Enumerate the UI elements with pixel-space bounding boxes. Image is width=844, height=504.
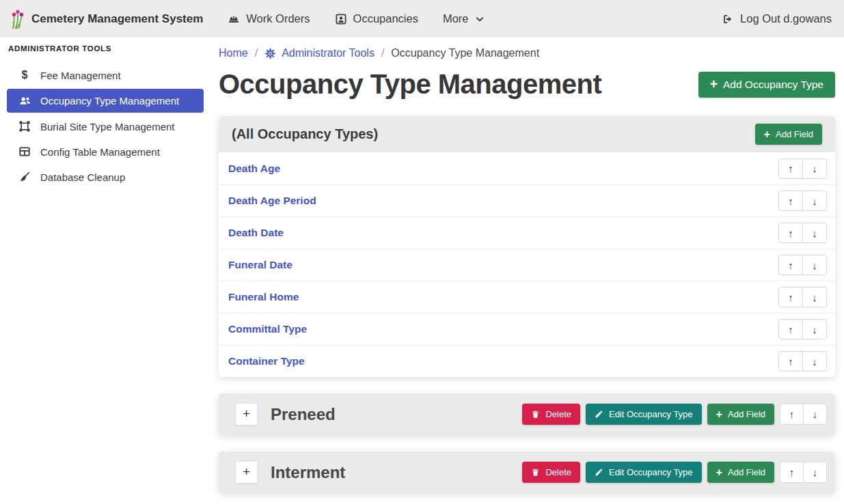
- breadcrumb: Home / Administrator Tools / Occupancy T…: [219, 47, 835, 59]
- button-label: Delete: [545, 467, 571, 477]
- move-down-button[interactable]: ↓: [803, 404, 827, 425]
- move-down-button[interactable]: ↓: [802, 255, 827, 275]
- move-down-button[interactable]: ↓: [802, 319, 827, 339]
- reorder-controls: ↑ ↓: [778, 158, 827, 179]
- field-link[interactable]: Committal Type: [228, 323, 307, 335]
- section-title: Preneed: [271, 405, 336, 424]
- nav-item-occupancies[interactable]: Occupancies: [335, 12, 418, 25]
- occupancy-type-section-preneed: + Preneed Delete Edit Occupancy Type: [219, 393, 835, 435]
- field-link[interactable]: Death Date: [228, 227, 284, 239]
- pencil-icon: [595, 410, 603, 419]
- field-row: Death Age ↑ ↓: [219, 152, 835, 184]
- section-actions: Delete Edit Occupancy Type + Add Field ↑…: [522, 462, 827, 483]
- sidebar-item-occupancy-type-management[interactable]: Occupancy Type Management: [7, 89, 204, 113]
- delete-button[interactable]: Delete: [522, 462, 580, 483]
- tulip-logo-icon: [10, 9, 25, 29]
- move-down-button[interactable]: ↓: [803, 462, 827, 483]
- field-row: Death Date ↑ ↓: [219, 216, 835, 249]
- button-label: Add Field: [776, 129, 813, 139]
- sidebar-item-burial-site-type-management[interactable]: Burial Site Type Management: [7, 115, 204, 138]
- field-row: Funeral Date ↑ ↓: [219, 249, 835, 281]
- breadcrumb-label: Administrator Tools: [282, 47, 375, 59]
- edit-occupancy-type-button[interactable]: Edit Occupancy Type: [586, 462, 702, 483]
- plus-icon: +: [716, 468, 723, 477]
- button-label: Add Field: [728, 467, 765, 477]
- sign-out-icon: [722, 13, 734, 25]
- nav-item-label: More: [443, 12, 469, 25]
- move-up-button[interactable]: ↑: [780, 462, 804, 483]
- add-field-button[interactable]: + Add Field: [755, 124, 822, 145]
- reorder-controls: ↑ ↓: [780, 404, 827, 425]
- field-link[interactable]: Container Type: [228, 355, 305, 367]
- hard-hat-icon: [228, 13, 240, 25]
- field-link[interactable]: Funeral Home: [228, 291, 299, 303]
- breadcrumb-administrator-tools[interactable]: Administrator Tools: [264, 47, 375, 59]
- trash-icon: [531, 410, 540, 419]
- sidebar-item-database-cleanup[interactable]: Database Cleanup: [7, 165, 204, 188]
- delete-button[interactable]: Delete: [522, 404, 580, 425]
- move-down-button[interactable]: ↓: [802, 223, 827, 243]
- users-icon: [18, 94, 31, 107]
- breadcrumb-home[interactable]: Home: [219, 47, 248, 59]
- logout-button[interactable]: Log Out d.gowans: [722, 12, 832, 25]
- expand-button[interactable]: +: [235, 461, 258, 484]
- field-row: Death Age Period ↑ ↓: [219, 184, 835, 216]
- reorder-controls: ↑ ↓: [778, 255, 827, 275]
- button-label: Delete: [545, 409, 571, 419]
- occupancy-type-section-interment: + Interment Delete Edit Occupancy Type: [219, 451, 835, 493]
- vector-square-icon: [18, 120, 31, 132]
- nav-links: Work Orders Occupancies More: [228, 12, 484, 25]
- field-row: Committal Type ↑ ↓: [219, 313, 835, 345]
- sidebar-item-fee-management[interactable]: $ Fee Management: [7, 64, 204, 87]
- nav-item-work-orders[interactable]: Work Orders: [228, 12, 310, 25]
- brand[interactable]: Cemetery Management System: [10, 9, 203, 29]
- nav-item-more[interactable]: More: [443, 12, 485, 25]
- move-up-button[interactable]: ↑: [778, 287, 803, 307]
- occupancy-icon: [335, 13, 347, 25]
- table-icon: [18, 145, 31, 158]
- plus-icon: +: [710, 79, 718, 90]
- add-occupancy-type-button[interactable]: + Add Occupancy Type: [698, 72, 835, 98]
- main-content: Home / Administrator Tools / Occupancy T…: [212, 38, 844, 504]
- move-up-button[interactable]: ↑: [778, 319, 803, 339]
- top-navbar: Cemetery Management System Work Orders O…: [0, 0, 844, 38]
- sidebar-item-label: Config Table Management: [40, 146, 160, 158]
- reorder-controls: ↑ ↓: [778, 319, 827, 339]
- move-up-button[interactable]: ↑: [778, 158, 803, 179]
- panel-header: (All Occupancy Types) + Add Field: [219, 116, 835, 152]
- button-label: Edit Occupancy Type: [609, 409, 693, 419]
- move-up-button[interactable]: ↑: [778, 223, 803, 243]
- page-title: Occupancy Type Management: [219, 69, 601, 100]
- nav-item-label: Occupancies: [353, 12, 418, 25]
- field-row: Funeral Home ↑ ↓: [219, 281, 835, 313]
- expand-button[interactable]: +: [235, 403, 258, 425]
- add-field-button[interactable]: + Add Field: [707, 462, 774, 483]
- move-down-button[interactable]: ↓: [802, 158, 827, 179]
- add-field-button[interactable]: + Add Field: [707, 404, 774, 425]
- field-link[interactable]: Death Age Period: [228, 195, 316, 207]
- plus-icon: +: [764, 130, 771, 139]
- button-label: Edit Occupancy Type: [609, 467, 693, 477]
- field-row: Container Type ↑ ↓: [219, 345, 835, 377]
- field-link[interactable]: Funeral Date: [228, 259, 292, 271]
- edit-occupancy-type-button[interactable]: Edit Occupancy Type: [586, 404, 702, 425]
- trash-icon: [531, 468, 540, 477]
- section-title: Interment: [271, 463, 345, 482]
- move-down-button[interactable]: ↓: [802, 351, 827, 372]
- move-down-button[interactable]: ↓: [802, 287, 827, 307]
- sidebar-item-label: Fee Management: [40, 70, 121, 81]
- move-up-button[interactable]: ↑: [780, 404, 804, 425]
- move-up-button[interactable]: ↑: [778, 191, 803, 211]
- sidebar-item-label: Occupancy Type Management: [40, 95, 179, 107]
- move-up-button[interactable]: ↑: [778, 351, 803, 372]
- reorder-controls: ↑ ↓: [778, 287, 827, 307]
- field-link[interactable]: Death Age: [228, 163, 280, 175]
- brand-title: Cemetery Management System: [31, 12, 203, 26]
- pencil-icon: [595, 468, 603, 477]
- move-down-button[interactable]: ↓: [802, 191, 827, 211]
- sidebar-item-config-table-management[interactable]: Config Table Management: [7, 140, 204, 163]
- nav-right: Log Out d.gowans: [722, 12, 832, 25]
- move-up-button[interactable]: ↑: [778, 255, 803, 275]
- section-actions: Delete Edit Occupancy Type + Add Field ↑…: [522, 404, 827, 425]
- gear-icon: [264, 48, 276, 59]
